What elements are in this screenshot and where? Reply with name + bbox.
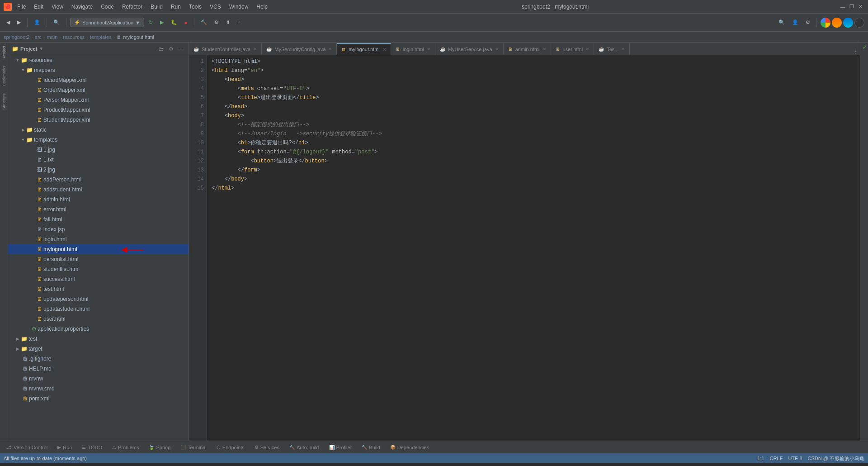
left-icon-bookmarks[interactable]: Bookmarks bbox=[1, 64, 7, 87]
bottom-tab-dependencies[interactable]: 📦 Dependencies bbox=[386, 444, 434, 451]
tree-item-fail[interactable]: 🗎 fail.html bbox=[8, 214, 189, 224]
toolbar-forward-btn[interactable]: ▶ bbox=[14, 18, 24, 27]
tree-item-personmapper[interactable]: 🗎 PersonMapper.xml bbox=[8, 95, 189, 105]
left-icon-structure[interactable]: Structure bbox=[1, 92, 7, 111]
tree-item-idcardmapper[interactable]: 🗎 IdcardMapper.xml bbox=[8, 75, 189, 85]
toolbar-git-btn[interactable]: ⑂ bbox=[235, 19, 243, 27]
tab-close-icon[interactable]: ✕ bbox=[621, 47, 625, 52]
tab-myuserservice[interactable]: ☕ MyUserService.java ✕ bbox=[435, 43, 504, 55]
bottom-tab-run[interactable]: ▶ Run bbox=[53, 444, 76, 451]
minimize-button[interactable]: — bbox=[839, 3, 846, 10]
breadcrumb-part-main[interactable]: main bbox=[47, 34, 58, 40]
tab-user[interactable]: 🗎 user.html ✕ bbox=[551, 43, 594, 55]
tree-item-resources[interactable]: ▼ 📁 resources bbox=[8, 55, 189, 65]
tree-item-templates[interactable]: ▼ 📁 templates bbox=[8, 135, 189, 145]
breadcrumb-part-src[interactable]: src bbox=[35, 34, 42, 40]
toolbar-run-btn[interactable]: ▶ bbox=[157, 18, 166, 27]
tree-item-mappers[interactable]: ▼ 📁 mappers bbox=[8, 65, 189, 75]
menu-code[interactable]: Code bbox=[97, 3, 118, 11]
status-position[interactable]: 1:1 bbox=[757, 456, 764, 461]
menu-run[interactable]: Run bbox=[167, 3, 184, 11]
toolbar-debug-btn[interactable]: 🐛 bbox=[168, 18, 180, 27]
sidebar-settings-icon[interactable]: ⚙ bbox=[167, 45, 175, 53]
toolbar-user-icon[interactable]: 👤 bbox=[789, 18, 801, 27]
tree-item-addperson[interactable]: 🗎 addPerson.html bbox=[8, 175, 189, 185]
tree-item-mvnw[interactable]: 🗎 mvnw bbox=[8, 374, 189, 384]
tab-close-icon[interactable]: ✕ bbox=[253, 47, 257, 52]
tab-admin[interactable]: 🗎 admin.html ✕ bbox=[504, 43, 551, 55]
tree-item-login[interactable]: 🗎 login.html bbox=[8, 234, 189, 244]
tree-item-admin[interactable]: 🗎 admin.html bbox=[8, 195, 189, 204]
bottom-tab-terminal[interactable]: ⬛ Terminal bbox=[176, 444, 211, 451]
tree-item-mvnwcmd[interactable]: 🗎 mvnw.cmd bbox=[8, 384, 189, 394]
toolbar-search-btn[interactable]: 🔍 bbox=[51, 18, 62, 27]
tab-studentcontroller[interactable]: ☕ StudentController.java ✕ bbox=[189, 43, 262, 55]
tab-close-icon[interactable]: ✕ bbox=[382, 47, 386, 52]
bottom-tab-autobuild[interactable]: 🔨 Auto-build bbox=[285, 444, 324, 451]
breadcrumb-part-templates[interactable]: templates bbox=[90, 34, 112, 40]
tab-close-icon[interactable]: ✕ bbox=[542, 47, 546, 52]
close-button[interactable]: ✕ bbox=[857, 3, 864, 10]
toolbar-run-reload[interactable]: ↻ bbox=[146, 18, 156, 27]
sidebar-collapse-all-icon[interactable]: 🗁 bbox=[157, 45, 165, 53]
firefox-icon[interactable] bbox=[832, 18, 842, 28]
toolbar-stop-btn[interactable]: ■ bbox=[182, 19, 190, 27]
tree-item-studentlist[interactable]: 🗎 studentlist.html bbox=[8, 264, 189, 274]
tree-item-studentmapper[interactable]: 🗎 StudentMapper.xml bbox=[8, 115, 189, 125]
tab-close-icon[interactable]: ✕ bbox=[585, 47, 589, 52]
tree-item-static[interactable]: ▶ 📁 static bbox=[8, 125, 189, 135]
tree-item-success[interactable]: 🗎 success.html bbox=[8, 274, 189, 284]
tree-item-test-folder[interactable]: ▶ 📁 test bbox=[8, 334, 189, 344]
run-configuration[interactable]: ⚡ Springboot2Application ▼ bbox=[70, 18, 144, 27]
tree-item-personlist[interactable]: 🗎 personlist.html bbox=[8, 254, 189, 264]
chrome-icon[interactable] bbox=[821, 18, 830, 28]
menu-navigate[interactable]: Navigate bbox=[68, 3, 96, 11]
bottom-tab-spring[interactable]: 🍃 Spring bbox=[144, 444, 175, 451]
maximize-button[interactable]: ❐ bbox=[848, 3, 855, 10]
tab-close-icon[interactable]: ✕ bbox=[495, 47, 499, 52]
tab-close-icon[interactable]: ✕ bbox=[427, 47, 430, 52]
bottom-tab-versioncontrol[interactable]: ⎇ Version Control bbox=[2, 444, 52, 451]
bottom-tab-todo[interactable]: ☰ TODO bbox=[77, 444, 107, 451]
menu-build[interactable]: Build bbox=[147, 3, 166, 11]
menu-refactor[interactable]: Refactor bbox=[118, 3, 146, 11]
toolbar-update-btn[interactable]: ⬆ bbox=[223, 18, 233, 27]
tree-item-1txt[interactable]: 🗎 1.txt bbox=[8, 155, 189, 165]
menu-file[interactable]: File bbox=[14, 3, 29, 11]
tab-test[interactable]: ☕ Tes... ✕ bbox=[594, 43, 630, 55]
breadcrumb-part-project[interactable]: springboot2 bbox=[4, 34, 30, 40]
tree-item-indexjsp[interactable]: 🗎 index.jsp bbox=[8, 224, 189, 234]
tree-item-addstudent[interactable]: 🗎 addstudent.html bbox=[8, 185, 189, 195]
tree-item-updatastudent[interactable]: 🗎 updatastudent.html bbox=[8, 304, 189, 314]
menu-view[interactable]: View bbox=[48, 3, 67, 11]
tree-item-target-folder[interactable]: ▶ 📁 target bbox=[8, 344, 189, 354]
tree-item-ordermapper[interactable]: 🗎 OrderMapper.xml bbox=[8, 85, 189, 95]
bottom-tab-problems[interactable]: ⚠ Problems bbox=[108, 444, 143, 451]
menu-tools[interactable]: Tools bbox=[185, 3, 205, 11]
tree-item-helpmd[interactable]: 🗎 HELP.md bbox=[8, 364, 189, 374]
code-editor[interactable]: 1 2 3 4 5 6 7 8 9 10 11 12 13 14 15 <!DO… bbox=[189, 55, 860, 441]
tab-close-icon[interactable]: ✕ bbox=[328, 47, 332, 52]
tree-item-error[interactable]: 🗎 error.html bbox=[8, 204, 189, 214]
code-content[interactable]: <!DOCTYPE html> <html lang="en"> <head> … bbox=[207, 55, 860, 441]
edge-icon[interactable] bbox=[843, 18, 853, 28]
tree-item-2jpg[interactable]: 🖼 2.jpg bbox=[8, 165, 189, 175]
bottom-tab-endpoints[interactable]: ⬡ Endpoints bbox=[212, 444, 249, 451]
status-crlf[interactable]: CRLF bbox=[770, 456, 783, 461]
tab-mysercurityconfig[interactable]: ☕ MySercurityConfig.java ✕ bbox=[262, 43, 337, 55]
toolbar-back-btn[interactable]: ◀ bbox=[4, 18, 13, 27]
menu-vcs[interactable]: VCS bbox=[206, 3, 225, 11]
bottom-tab-profiler[interactable]: 📊 Profiler bbox=[325, 444, 357, 451]
breadcrumb-part-resources[interactable]: resources bbox=[63, 34, 85, 40]
tree-item-pomxml[interactable]: 🗎 pom.xml bbox=[8, 394, 189, 404]
toolbar-maven-btn[interactable]: ⚙ bbox=[212, 18, 222, 27]
sidebar-hide-icon[interactable]: — bbox=[177, 45, 185, 53]
menu-window[interactable]: Window bbox=[226, 3, 252, 11]
tree-item-mylogout[interactable]: 🗎 mylogout.html ◀—— bbox=[8, 244, 189, 254]
tab-more-icon[interactable]: ⋮ bbox=[853, 49, 858, 55]
sidebar-dropdown-icon[interactable]: ▼ bbox=[39, 46, 43, 51]
toolbar-settings-icon[interactable]: ⚙ bbox=[803, 18, 813, 27]
tree-item-updateperson[interactable]: 🗎 updateperson.html bbox=[8, 294, 189, 304]
left-icon-project[interactable]: Project bbox=[1, 44, 7, 60]
tree-item-1jpg[interactable]: 🖼 1.jpg bbox=[8, 145, 189, 155]
